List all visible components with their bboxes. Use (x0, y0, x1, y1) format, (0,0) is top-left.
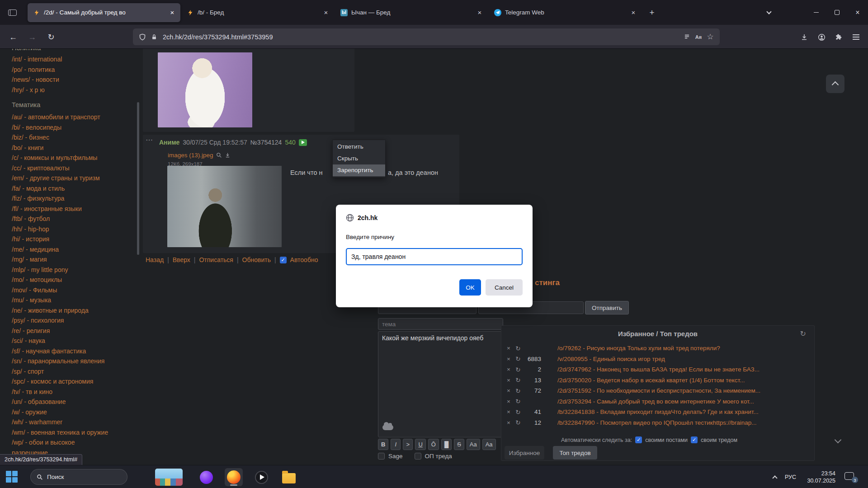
sidebar-board-link[interactable]: /sci/ - наука (12, 336, 136, 346)
format-button[interactable]: S (454, 439, 464, 450)
format-button[interactable]: I (391, 439, 401, 450)
context-menu-item-report[interactable]: Зарепортить (333, 164, 385, 176)
new-tab-button[interactable]: + (645, 5, 659, 20)
close-icon[interactable]: × (321, 7, 331, 18)
sidebar-board-link[interactable]: /cc/ - криптовалюты (12, 163, 136, 174)
remove-thread-icon[interactable]: × (504, 345, 513, 352)
post-count[interactable]: 540 (285, 139, 295, 146)
scroll-to-top-button[interactable] (826, 75, 844, 93)
download-file-icon[interactable] (225, 152, 231, 158)
taskbar-app-firefox[interactable] (225, 468, 243, 486)
remove-thread-icon[interactable]: × (504, 356, 513, 362)
nav-unsubscribe-link[interactable]: Отписаться (199, 256, 233, 263)
sidebar-board-link[interactable]: /fl/ - иностранные языки (12, 204, 136, 214)
sidebar-board-link[interactable]: /me/ - медицина (12, 244, 136, 255)
taskbar-search[interactable]: Поиск (30, 469, 127, 485)
tab-b-board[interactable]: /b/ - Бред × (181, 3, 334, 22)
refresh-thread-icon[interactable]: ↻ (513, 387, 523, 394)
sidebar-board-link[interactable]: /mlp/ - my little pony (12, 265, 136, 275)
minimize-button[interactable] (806, 0, 826, 25)
sidebar-board-link[interactable]: /int/ - international (12, 54, 136, 65)
magnifier-icon[interactable] (216, 152, 222, 158)
file-name-link[interactable]: images (13).jpeg (168, 152, 213, 159)
extensions-icon[interactable] (830, 29, 847, 45)
scroll-to-bottom-button[interactable] (831, 434, 844, 447)
photo-thumbnail[interactable] (167, 166, 282, 247)
maximize-button[interactable] (826, 0, 847, 25)
refresh-thread-icon[interactable]: ↻ (513, 366, 523, 373)
ok-button[interactable]: OK (459, 279, 481, 296)
notification-center-button[interactable]: 3 (844, 471, 858, 483)
format-button[interactable]: Aa (467, 439, 480, 450)
autorefresh-checkbox[interactable]: ✓ (280, 257, 287, 263)
tab-ychan[interactable]: Ы Ычан — Бред × (335, 3, 488, 22)
refresh-thread-icon[interactable]: ↻ (513, 345, 523, 352)
translate-icon[interactable]: Aя (693, 31, 704, 43)
sidebar-board-link[interactable]: /fa/ - мода и стиль (12, 183, 136, 194)
sidebar-board-link[interactable]: /hh/ - hip-hop (12, 224, 136, 235)
language-indicator[interactable]: РУС (785, 465, 796, 488)
url-bar[interactable]: 2ch.hk/2d/res/3753294.html#3753959 Aя ☆ (133, 28, 720, 45)
follow-posts-checkbox[interactable]: ✓ (635, 436, 642, 443)
submit-button[interactable]: Отправить (585, 301, 629, 314)
thread-link[interactable]: /b/322841838 - Вкладам приходит пиздаЧто… (557, 408, 811, 415)
sidebar-board-link[interactable]: /un/ - образование (12, 397, 136, 407)
context-menu-item-reply[interactable]: Ответить (333, 141, 385, 153)
anime-image-thumbnail[interactable] (158, 52, 252, 127)
format-button[interactable]: B (378, 439, 388, 450)
forward-button[interactable]: → (24, 29, 40, 45)
close-icon[interactable]: × (628, 7, 639, 18)
sidebar-board-link[interactable]: /mu/ - музыка (12, 295, 136, 305)
back-button[interactable]: ← (5, 29, 21, 45)
shield-icon[interactable] (137, 31, 148, 43)
refresh-thread-icon[interactable]: ↻ (513, 398, 523, 405)
sidebar-board-link[interactable]: /re/ - религия (12, 326, 136, 336)
thread-link[interactable]: /2d/3751592 - По необходимости и бесприс… (557, 387, 811, 394)
sidebar-board-link[interactable]: /c/ - комиксы и мультфильмы (12, 153, 136, 163)
format-button[interactable]: Ō (428, 439, 439, 450)
op-checkbox[interactable] (415, 453, 421, 460)
sidebar-board-link[interactable]: /psy/ - психология (12, 315, 136, 326)
sidebar-board-link[interactable]: /hry/ - х р ю (12, 85, 98, 95)
subject-field[interactable] (378, 318, 503, 330)
thread-link[interactable]: /2d/3753294 - Самый добрый тред во всем … (557, 398, 811, 405)
format-button[interactable]: █ (441, 439, 452, 450)
taskbar-app-player[interactable] (252, 468, 270, 486)
sidebar-board-link[interactable]: /mov/ - Фильмы (12, 285, 136, 296)
sidebar-board-link[interactable]: /fiz/ - физкультура (12, 193, 136, 204)
favorites-tab-button[interactable]: Избранное (505, 446, 544, 460)
sidebar-board-link[interactable]: /mg/ - магия (12, 254, 136, 265)
remove-thread-icon[interactable]: × (504, 419, 513, 426)
post-number-link[interactable]: №3754124 (250, 139, 282, 146)
remove-thread-icon[interactable]: × (504, 408, 513, 415)
start-button[interactable] (6, 471, 18, 483)
sidebar-board-link[interactable]: /hi/ - история (12, 234, 136, 244)
play-icon[interactable] (299, 139, 307, 146)
sidebar-board-link[interactable]: /biz/ - бизнес (12, 132, 136, 143)
nav-up-link[interactable]: Вверх (173, 256, 190, 263)
remove-thread-icon[interactable]: × (504, 366, 513, 373)
thread-link[interactable]: /2d/3750020 - Ведется набор в исекай ква… (557, 377, 811, 384)
tab-2d-thread[interactable]: /2d/ - Самый добрый тред во × (28, 3, 180, 22)
reader-view-icon[interactable] (681, 31, 693, 43)
refresh-thread-icon[interactable]: ↻ (513, 408, 523, 416)
sidebar-board-link[interactable]: /sn/ - паранормальные явления (12, 356, 136, 366)
format-button[interactable]: > (403, 439, 413, 450)
sidebar-board-link[interactable]: /news/ - новости (12, 75, 136, 85)
tab-telegram[interactable]: Telegram Web × (489, 3, 642, 22)
sidebar-board-link[interactable]: /ne/ - животные и природа (12, 305, 136, 316)
tray-expand-chevron[interactable] (769, 465, 781, 488)
context-menu-item-hide[interactable]: Скрыть (333, 153, 385, 164)
taskbar-app-purple[interactable] (197, 468, 215, 486)
taskbar-clock[interactable]: 23:54 30.07.2025 (803, 465, 835, 488)
sidebar-board-link[interactable]: /w/ - оружие (12, 407, 136, 418)
sidebar-board-link[interactable]: /wh/ - warhammer (12, 417, 136, 427)
sidebar-board-link[interactable]: /sf/ - научная фантастика (12, 346, 136, 357)
top-threads-tab-button[interactable]: Топ тредов (553, 446, 597, 460)
remove-thread-icon[interactable]: × (504, 377, 513, 384)
thread-link[interactable]: /v/2080955 - Единый поиска игор тред (557, 356, 811, 362)
sidebar-board-link[interactable]: /po/ - политика (12, 65, 136, 75)
nav-back-link[interactable]: Назад (146, 256, 164, 263)
sidebar-board-link[interactable]: /bi/ - велосипеды (12, 122, 136, 133)
lock-icon[interactable] (148, 31, 160, 43)
